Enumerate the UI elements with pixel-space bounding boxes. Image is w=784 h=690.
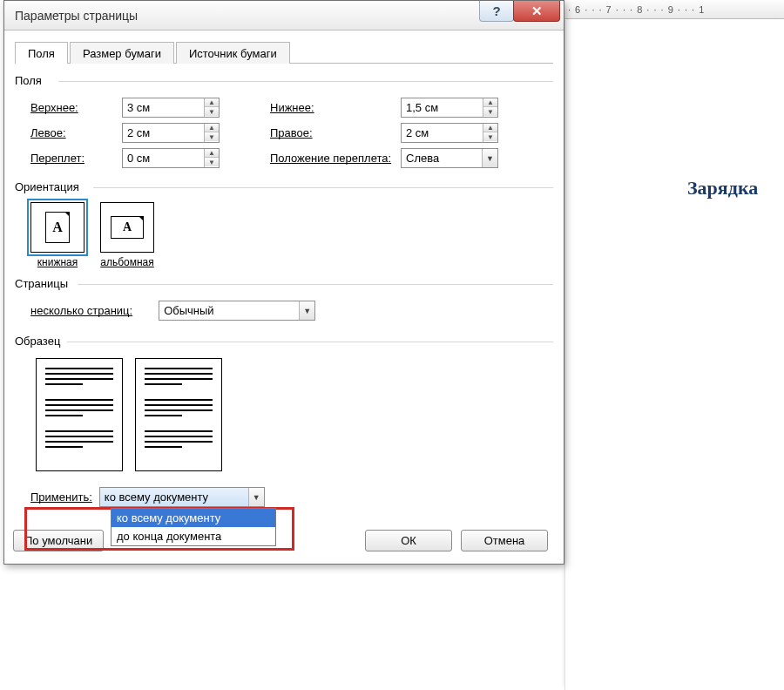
input-left-margin[interactable]: ▲▼ — [122, 123, 220, 143]
cancel-button[interactable]: Отмена — [461, 530, 548, 551]
label-multiple-pages: несколько страниц: — [30, 304, 132, 317]
chevron-down-icon[interactable]: ▼ — [248, 488, 264, 506]
spin-down-icon[interactable]: ▼ — [205, 158, 219, 166]
page-setup-dialog: Параметры страницы ? ✕ Поля Размер бумаг… — [3, 0, 564, 565]
dialog-title: Параметры страницы — [15, 9, 480, 23]
label-gutter-position: Положение переплета: — [270, 152, 401, 165]
input-gutter[interactable]: ▲▼ — [122, 148, 220, 168]
help-button[interactable]: ? — [479, 1, 514, 22]
sample-page-icon — [135, 358, 222, 471]
label-bottom: Нижнее: — [270, 101, 401, 114]
label-gutter: Переплет: — [30, 152, 122, 165]
chevron-down-icon[interactable]: ▼ — [299, 301, 314, 320]
spin-up-icon[interactable]: ▲ — [205, 98, 219, 107]
default-button[interactable]: По умолчани — [13, 530, 104, 551]
select-gutter-position[interactable]: Слева ▼ — [401, 148, 498, 168]
document-title: Зарядка — [687, 177, 758, 200]
portrait-page-icon: A — [45, 212, 70, 243]
label-top: Верхнее: — [30, 101, 122, 114]
tab-paper-size[interactable]: Размер бумаги — [70, 42, 174, 64]
select-apply-to[interactable]: ко всему документу ▼ — [99, 487, 265, 507]
input-right-margin-value[interactable] — [402, 124, 483, 142]
select-multiple-pages[interactable]: Обычный ▼ — [159, 301, 315, 321]
spin-up-icon[interactable]: ▲ — [205, 124, 219, 132]
group-pages-label: Страницы — [15, 275, 553, 292]
group-fields-label: Поля — [15, 72, 553, 89]
label-left: Левое: — [30, 126, 122, 139]
input-top-margin[interactable]: ▲▼ — [122, 98, 220, 118]
ok-button[interactable]: ОК — [365, 530, 452, 551]
spin-up-icon[interactable]: ▲ — [483, 124, 497, 132]
spin-down-icon[interactable]: ▼ — [483, 107, 497, 116]
sample-page-icon — [36, 358, 123, 471]
input-bottom-margin[interactable]: ▲▼ — [401, 98, 498, 118]
input-top-margin-value[interactable] — [123, 98, 204, 117]
landscape-page-icon: A — [111, 216, 144, 239]
select-multiple-pages-value: Обычный — [159, 301, 299, 320]
titlebar[interactable]: Параметры страницы ? ✕ — [4, 1, 564, 30]
select-gutter-position-value: Слева — [402, 149, 482, 167]
spin-down-icon[interactable]: ▼ — [483, 132, 497, 141]
select-apply-to-value: ко всему документу — [100, 488, 248, 506]
document-area: Зарядка — [564, 20, 784, 690]
apply-to-option-end-of-document[interactable]: до конца документа — [112, 527, 275, 545]
close-button[interactable]: ✕ — [513, 1, 560, 22]
input-gutter-value[interactable] — [123, 149, 204, 167]
group-orientation-label: Ориентация — [15, 179, 553, 195]
tab-margins[interactable]: Поля — [15, 42, 68, 64]
ruler: · 6 · · · 7 · · · 8 · · · 9 · · · 1 — [564, 0, 784, 19]
spin-up-icon[interactable]: ▲ — [205, 149, 219, 158]
input-left-margin-value[interactable] — [123, 124, 204, 142]
orientation-landscape-label: альбомная — [100, 256, 154, 268]
label-right: Правое: — [270, 126, 401, 139]
chevron-down-icon[interactable]: ▼ — [482, 149, 497, 167]
label-apply-to: Применить: — [30, 490, 92, 504]
group-sample-label: Образец — [15, 333, 553, 349]
spin-down-icon[interactable]: ▼ — [205, 107, 219, 116]
input-right-margin[interactable]: ▲▼ — [401, 123, 498, 143]
spin-down-icon[interactable]: ▼ — [205, 132, 219, 141]
orientation-landscape[interactable]: A альбомная — [100, 202, 154, 268]
input-bottom-margin-value[interactable] — [402, 98, 483, 117]
orientation-portrait[interactable]: A книжная — [30, 202, 84, 268]
tab-paper-source[interactable]: Источник бумаги — [176, 42, 290, 64]
tab-strip: Поля Размер бумаги Источник бумаги — [15, 41, 553, 64]
orientation-portrait-label: книжная — [37, 256, 78, 268]
sample-preview — [36, 358, 553, 471]
spin-up-icon[interactable]: ▲ — [483, 98, 497, 107]
apply-to-dropdown[interactable]: ко всему документу до конца документа — [111, 508, 276, 546]
apply-to-option-whole-document[interactable]: ко всему документу — [112, 509, 275, 527]
